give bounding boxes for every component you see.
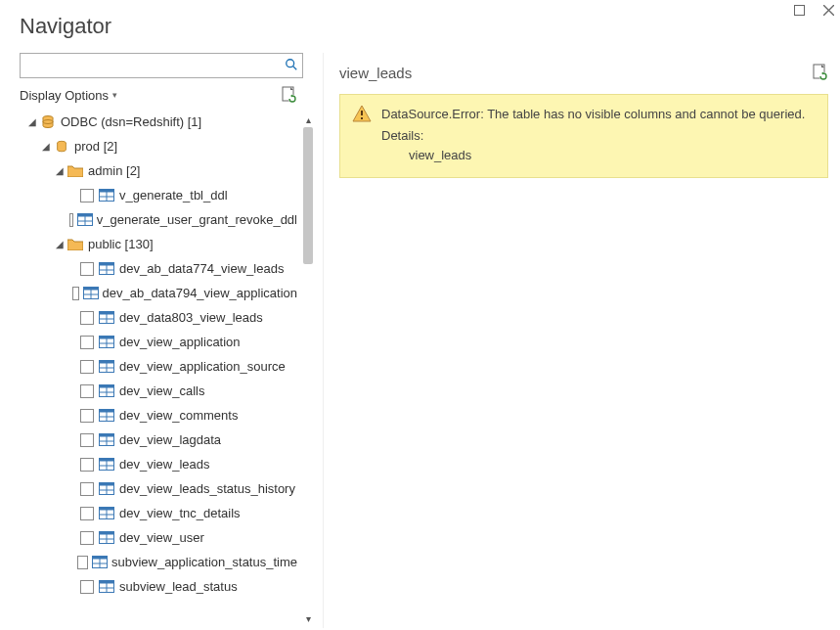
checkbox[interactable] bbox=[72, 287, 79, 300]
window-close-icon[interactable] bbox=[820, 2, 836, 18]
tree-leaf-label: subview_lead_status bbox=[119, 579, 238, 594]
display-options-label: Display Options bbox=[20, 88, 109, 103]
table-icon bbox=[98, 408, 115, 424]
tree-leaf[interactable]: dev_view_comments bbox=[20, 403, 297, 428]
checkbox[interactable] bbox=[80, 580, 94, 594]
tree-leaf-label: v_generate_user_grant_revoke_ddl bbox=[97, 212, 297, 227]
search-box[interactable] bbox=[20, 53, 303, 78]
table-icon bbox=[98, 188, 115, 203]
search-icon[interactable] bbox=[285, 58, 298, 74]
table-icon bbox=[98, 310, 115, 326]
scrollbar-track[interactable] bbox=[303, 127, 313, 610]
tree-leaf[interactable]: subview_application_status_time bbox=[20, 550, 297, 574]
table-icon bbox=[98, 359, 115, 375]
tree-leaf-label: dev_view_tnc_details bbox=[119, 506, 241, 520]
checkbox[interactable] bbox=[80, 189, 94, 202]
caret-expanded-icon[interactable]: ◢ bbox=[25, 116, 39, 127]
checkbox[interactable] bbox=[80, 360, 94, 374]
checkbox[interactable] bbox=[69, 213, 73, 227]
tree-leaf[interactable]: dev_view_leads_status_history bbox=[20, 476, 297, 501]
table-icon bbox=[98, 383, 115, 399]
folder-icon bbox=[66, 163, 84, 179]
tree-leaf-label: dev_view_leads bbox=[119, 457, 210, 472]
table-icon bbox=[98, 481, 115, 497]
checkbox[interactable] bbox=[80, 482, 94, 496]
scroll-up-icon[interactable]: ▴ bbox=[306, 112, 311, 127]
checkbox[interactable] bbox=[80, 336, 94, 349]
search-input[interactable] bbox=[24, 58, 285, 74]
tree-leaf-label: subview_application_status_time bbox=[111, 555, 297, 569]
checkbox[interactable] bbox=[80, 311, 94, 325]
database-icon bbox=[39, 114, 57, 130]
window-maximize-icon[interactable] bbox=[791, 2, 807, 18]
table-icon bbox=[98, 432, 115, 448]
tree-leaf-label: dev_ab_data774_view_leads bbox=[119, 261, 284, 276]
tree-leaf[interactable]: dev_view_tnc_details bbox=[20, 501, 297, 525]
tree-leaf[interactable]: dev_view_lagdata bbox=[20, 428, 297, 452]
error-details-value: view_leads bbox=[381, 146, 805, 165]
checkbox[interactable] bbox=[80, 409, 94, 423]
tree-leaf[interactable]: subview_lead_status bbox=[20, 574, 297, 599]
scroll-down-icon[interactable]: ▾ bbox=[306, 610, 311, 626]
error-details-label: Details: bbox=[381, 126, 805, 146]
table-icon bbox=[98, 457, 115, 472]
tree-node-schema[interactable]: ◢ admin [2] bbox=[20, 158, 297, 183]
page-title: Navigator bbox=[0, 0, 840, 53]
chevron-down-icon: ▾ bbox=[112, 90, 117, 100]
tree-leaf[interactable]: dev_view_leads bbox=[20, 452, 297, 476]
table-icon bbox=[98, 261, 115, 277]
error-banner: DataSource.Error: The table has no visib… bbox=[339, 94, 828, 178]
checkbox[interactable] bbox=[80, 433, 94, 447]
table-icon bbox=[98, 579, 115, 595]
tree-leaf-label: dev_ab_data794_view_application bbox=[103, 286, 298, 300]
table-icon bbox=[98, 506, 115, 521]
checkbox[interactable] bbox=[80, 507, 94, 520]
tree-node-database[interactable]: ◢ prod [2] bbox=[20, 134, 297, 158]
tree-node-label: public [130] bbox=[88, 237, 154, 251]
tree-leaf-label: dev_view_leads_status_history bbox=[119, 481, 295, 496]
tree-scrollbar[interactable]: ▴ ▾ bbox=[299, 110, 317, 628]
caret-expanded-icon[interactable]: ◢ bbox=[53, 239, 66, 249]
preview-title: view_leads bbox=[339, 65, 412, 81]
tree-leaf[interactable]: v_generate_tbl_ddl bbox=[20, 183, 297, 207]
database-icon bbox=[53, 139, 70, 155]
table-icon bbox=[98, 335, 115, 350]
checkbox[interactable] bbox=[80, 531, 94, 545]
scrollbar-thumb[interactable] bbox=[303, 127, 313, 264]
table-icon bbox=[83, 286, 99, 301]
svg-rect-76 bbox=[361, 111, 363, 115]
svg-rect-0 bbox=[794, 5, 804, 15]
tree-leaf[interactable]: dev_data803_view_leads bbox=[20, 305, 297, 330]
tree-leaf[interactable]: dev_view_application_source bbox=[20, 354, 297, 379]
tree-leaf-label: dev_view_application bbox=[119, 335, 241, 349]
tree-leaf-label: dev_view_user bbox=[119, 530, 204, 545]
tree-leaf-label: dev_view_calls bbox=[119, 383, 204, 398]
navigator-tree: ◢ ODBC (dsn=Redshift) [1] ◢ prod [2] ◢ bbox=[20, 110, 299, 628]
tree-leaf[interactable]: dev_view_user bbox=[20, 525, 297, 550]
tree-node-schema[interactable]: ◢ public [130] bbox=[20, 232, 297, 256]
tree-leaf[interactable]: dev_ab_data774_view_leads bbox=[20, 256, 297, 281]
checkbox[interactable] bbox=[77, 556, 88, 569]
tree-node-datasource[interactable]: ◢ ODBC (dsn=Redshift) [1] bbox=[20, 110, 297, 134]
tree-leaf-label: dev_data803_view_leads bbox=[119, 310, 263, 325]
error-message: DataSource.Error: The table has no visib… bbox=[381, 105, 805, 124]
checkbox[interactable] bbox=[80, 262, 94, 276]
tree-leaf-label: dev_view_comments bbox=[119, 408, 238, 423]
refresh-icon[interactable] bbox=[813, 64, 828, 81]
svg-line-4 bbox=[293, 66, 297, 69]
tree-leaf[interactable]: dev_view_calls bbox=[20, 379, 297, 403]
display-options-dropdown[interactable]: Display Options ▾ bbox=[20, 86, 317, 104]
folder-icon bbox=[66, 237, 84, 252]
refresh-icon[interactable] bbox=[282, 86, 297, 104]
checkbox[interactable] bbox=[80, 384, 94, 398]
caret-expanded-icon[interactable]: ◢ bbox=[39, 141, 53, 152]
tree-leaf[interactable]: dev_ab_data794_view_application bbox=[20, 281, 297, 305]
tree-node-label: prod [2] bbox=[74, 139, 117, 154]
caret-expanded-icon[interactable]: ◢ bbox=[53, 165, 66, 176]
svg-rect-77 bbox=[361, 117, 363, 119]
svg-point-3 bbox=[287, 59, 294, 67]
tree-leaf[interactable]: dev_view_application bbox=[20, 330, 297, 354]
checkbox[interactable] bbox=[80, 458, 94, 472]
tree-leaf[interactable]: v_generate_user_grant_revoke_ddl bbox=[20, 207, 297, 232]
tree-leaf-label: dev_view_lagdata bbox=[119, 432, 221, 447]
